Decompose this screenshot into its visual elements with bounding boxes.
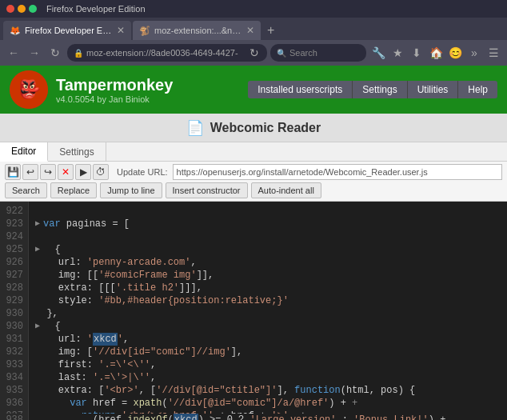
history-button[interactable]: ⏱: [93, 164, 109, 180]
reload-button[interactable]: ↻: [46, 44, 64, 62]
lock-icon: 🔒: [74, 49, 83, 58]
tab-close-1[interactable]: ✕: [246, 25, 254, 36]
tm-version: v4.0.5054 by Jan Biniok: [56, 94, 173, 104]
window-title: Firefox Developer Edition: [46, 4, 146, 14]
forward-button[interactable]: →: [26, 44, 43, 62]
code-line: img: ['//div[id="comic"]//img'],: [35, 346, 501, 358]
tools-icon[interactable]: 🔧: [369, 44, 387, 62]
script-title-bar: 📄 Webcomic Reader: [0, 114, 507, 142]
redo-button[interactable]: ↪: [40, 164, 56, 180]
url-input[interactable]: [173, 164, 502, 180]
minimize-button[interactable]: [18, 5, 26, 13]
search-bar[interactable]: 🔍 Search: [270, 44, 366, 62]
tm-title-area: Tampermonkey v4.0.5054 by Jan Biniok: [56, 76, 173, 104]
editor-tabs: Editor Settings: [0, 142, 507, 162]
nav-utilities[interactable]: Utilities: [408, 81, 459, 98]
address-text: moz-extension://8ade0036-4649-4427-: [86, 48, 245, 58]
tampermonkey-logo: 👺: [10, 70, 48, 109]
search-icon: 🔍: [277, 49, 286, 58]
maximize-button[interactable]: [29, 5, 37, 13]
search-button[interactable]: Search: [5, 182, 47, 198]
back-button[interactable]: ←: [5, 44, 22, 62]
script-title: Webcomic Reader: [210, 121, 321, 135]
code-line: style: '#bb,#header{position:relative;}': [35, 294, 501, 307]
tab-close-0[interactable]: ✕: [117, 25, 125, 36]
code-line: ▶ {: [35, 320, 501, 333]
tab-1[interactable]: 🐒 moz-extension:...&nav=dashboard ✕: [133, 21, 261, 40]
search-placeholder: Search: [289, 48, 317, 58]
code-line: },: [35, 307, 501, 320]
line-numbers-bottom: 938939940: [0, 414, 29, 420]
undo-button[interactable]: ↩: [22, 164, 38, 180]
more-icon[interactable]: »: [465, 44, 483, 62]
download-icon[interactable]: ⬇: [408, 44, 425, 62]
nav-settings[interactable]: Settings: [353, 81, 407, 98]
code-editor[interactable]: 922 923 924 925 926 927 928 929 930 930 …: [0, 202, 507, 414]
code-content-bottom: (href.indexOf(xkcd) >= 0 ? 'Large versio…: [29, 414, 507, 420]
script-icon: 📄: [186, 119, 204, 137]
indent-button[interactable]: Auto-indent all: [251, 182, 321, 198]
run-button[interactable]: ▶: [75, 164, 91, 180]
bookmark-icon[interactable]: ★: [389, 44, 406, 62]
code-line: (href.indexOf(xkcd) >= 0 ? 'Large versio…: [35, 414, 501, 420]
close-button[interactable]: [6, 5, 14, 13]
update-url-label: Update URL:: [117, 167, 168, 177]
code-line: img: [['#comicFrame img']],: [35, 269, 501, 282]
tab-0[interactable]: 🦊 Firefox Developer Edition St... ✕: [3, 21, 131, 40]
tab-favicon-0: 🦊: [10, 26, 21, 36]
code-line: ▶ {: [35, 243, 501, 256]
code-line: last: '.=\'>|\'',: [35, 371, 501, 384]
tab-editor[interactable]: Editor: [0, 142, 48, 162]
nav-installed[interactable]: Installed userscripts: [248, 81, 353, 98]
code-line: extra: [[['.title h2']]],: [35, 282, 501, 294]
title-bar: Firefox Developer Edition: [0, 0, 507, 18]
delete-button[interactable]: ✕: [58, 164, 74, 180]
nav-icons: 🔧 ★ ⬇ 🏠 😊 » ☰: [369, 44, 502, 62]
toolbar-row-2: Search Replace Jump to line Insert const…: [5, 182, 502, 198]
tab-bar: 🦊 Firefox Developer Edition St... ✕ 🐒 mo…: [0, 18, 507, 40]
tm-nav: Installed userscripts Settings Utilities…: [248, 81, 497, 98]
save-button[interactable]: 💾: [5, 164, 21, 180]
code-line: [35, 205, 501, 218]
replace-button[interactable]: Replace: [50, 182, 97, 198]
code-content: ▶var paginas = [ ▶ { url: 'penny-arcade.…: [29, 202, 507, 414]
line-numbers: 922 923 924 925 926 927 928 929 930 930 …: [0, 202, 29, 414]
toolbar-row-1: 💾 ↩ ↪ ✕ ▶ ⏱ Update URL:: [5, 164, 502, 180]
refresh-address-button[interactable]: ↻: [248, 46, 261, 59]
tab-label-1: moz-extension:...&nav=dashboard: [154, 26, 242, 35]
window-controls[interactable]: [6, 5, 37, 13]
emoji-icon[interactable]: 😊: [446, 44, 464, 62]
logo-icon: 👺: [18, 79, 40, 100]
tab-settings[interactable]: Settings: [48, 142, 106, 161]
menu-icon[interactable]: ☰: [485, 44, 502, 62]
address-bar[interactable]: 🔒 moz-extension://8ade0036-4649-4427- ↻: [67, 44, 267, 62]
tampermonkey-header: 👺 Tampermonkey v4.0.5054 by Jan Biniok I…: [0, 66, 507, 114]
code-line: url: 'xkcd',: [35, 333, 501, 346]
insert-button[interactable]: Insert constructor: [166, 182, 248, 198]
goto-button[interactable]: Jump to line: [100, 182, 162, 198]
toolbar-buttons: 💾 ↩ ↪ ✕ ▶ ⏱: [5, 164, 109, 180]
nav-help[interactable]: Help: [458, 81, 497, 98]
nav-bar: ← → ↻ 🔒 moz-extension://8ade0036-4649-44…: [0, 40, 507, 66]
code-line: var href = xpath('//div[@id="comic"]/a/@…: [35, 397, 501, 410]
toolbar: 💾 ↩ ↪ ✕ ▶ ⏱ Update URL: Search Replace J…: [0, 162, 507, 202]
code-line: extra: ['<br>', ['//div[@id="ctitle"]'],…: [35, 384, 501, 397]
code-line: url: 'penny-arcade.com',: [35, 256, 501, 269]
new-tab-button[interactable]: +: [262, 23, 279, 38]
tab-favicon-1: 🐒: [139, 26, 150, 36]
home-icon[interactable]: 🏠: [427, 44, 445, 62]
code-editor-bottom: 938939940 (href.indexOf(xkcd) >= 0 ? 'La…: [0, 414, 507, 420]
tab-label-0: Firefox Developer Edition St...: [25, 26, 113, 35]
code-line: ▶var paginas = [: [35, 218, 501, 230]
code-line: first: '.=\'<\'',: [35, 358, 501, 371]
code-line: [35, 230, 501, 243]
tm-title: Tampermonkey: [56, 76, 173, 94]
